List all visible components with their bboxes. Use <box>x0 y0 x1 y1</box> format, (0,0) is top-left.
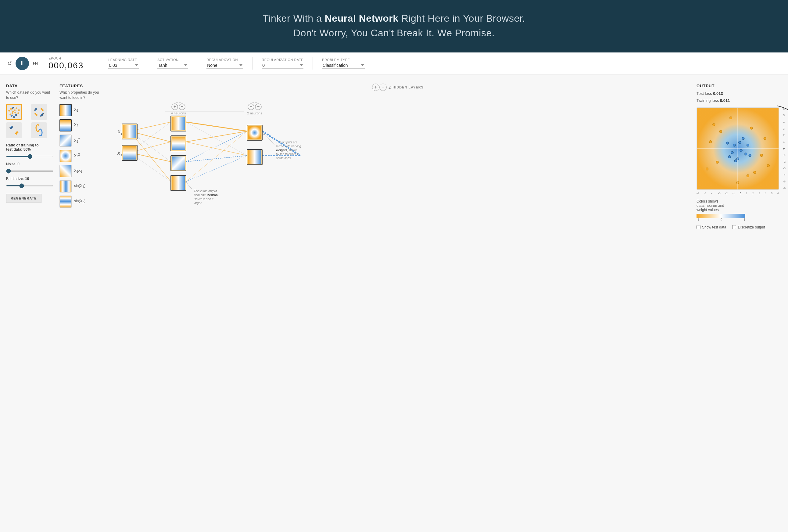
svg-rect-68 <box>172 137 185 150</box>
data-title: DATA <box>6 84 53 88</box>
test-loss-label: Test loss <box>696 91 713 96</box>
noise-label: Noise: 0 <box>6 162 53 166</box>
remove-layer-button[interactable]: − <box>379 84 387 91</box>
color-bar-min: -1 <box>696 218 699 221</box>
svg-point-13 <box>15 114 17 116</box>
hidden-layers-count: 2 <box>389 85 391 90</box>
header: Tinker With a Neural Network Right Here … <box>0 0 788 53</box>
output-losses: Test loss 0.013 Training loss 0.011 <box>696 90 782 104</box>
svg-point-27 <box>10 127 11 129</box>
svg-point-120 <box>742 137 744 139</box>
learning-rate-select[interactable]: 0.00001 0.0001 0.001 0.003 0.01 0.03 0.1… <box>108 62 139 68</box>
regularization-group: Regularization None L1 L2 <box>206 58 243 68</box>
output-panel: OUTPUT Test loss 0.013 Training loss 0.0… <box>696 84 782 527</box>
svg-point-5 <box>17 112 19 114</box>
svg-point-33 <box>16 133 17 135</box>
show-test-data-input[interactable] <box>696 225 701 229</box>
noise-value: 0 <box>17 162 20 166</box>
discretize-output-label: Discretize output <box>738 225 765 230</box>
feature-x1[interactable]: X1 <box>59 104 99 116</box>
noise-slider[interactable] <box>6 171 53 172</box>
svg-line-53 <box>186 156 247 181</box>
color-bar <box>696 214 782 218</box>
feature-x1x2[interactable]: X1X2 <box>59 165 99 177</box>
batch-size-label: Batch size: 10 <box>6 177 53 181</box>
color-legend-line2: data, neuron and <box>696 203 724 208</box>
regularization-rate-group: Regularization rate 0 0.001 0.003 0.01 0… <box>262 58 303 68</box>
svg-rect-66 <box>172 117 185 130</box>
show-test-data-checkbox[interactable]: Show test data <box>696 225 726 230</box>
dataset-spiral[interactable] <box>31 122 47 138</box>
noise-group: Noise: 0 <box>6 162 53 173</box>
svg-point-12 <box>12 107 14 109</box>
regularization-rate-select[interactable]: 0 0.001 0.003 0.01 0.03 0.1 0.3 1 3 10 <box>262 62 303 68</box>
header-title: Tinker With a Neural Network Right Here … <box>6 11 782 40</box>
feature-x1sq-thumb <box>59 135 72 147</box>
svg-point-17 <box>40 115 42 117</box>
regenerate-button[interactable]: REGENERATE <box>6 194 41 203</box>
training-loss-row: Training loss 0.011 <box>696 97 782 104</box>
color-legend-line3: weight values. <box>696 208 720 212</box>
feature-x1-label: X1 <box>74 107 78 112</box>
add-layer-button[interactable]: + <box>372 84 379 91</box>
epoch-value: 000,063 <box>48 61 83 71</box>
feature-x2[interactable]: X2 <box>59 119 99 132</box>
svg-text:1: 1 <box>121 132 122 135</box>
feature-x2sq[interactable]: X22 <box>59 150 99 162</box>
svg-point-99 <box>716 161 718 163</box>
ratio-slider[interactable] <box>6 156 53 157</box>
feature-x2-thumb <box>59 119 72 132</box>
checkboxes: Show test data Discretize output <box>696 225 782 230</box>
epoch-section: Epoch 000,063 <box>48 56 83 71</box>
svg-point-109 <box>713 123 715 126</box>
svg-point-105 <box>730 117 732 119</box>
discretize-output-input[interactable] <box>732 225 736 229</box>
feature-x1x2-label: X1X2 <box>74 169 82 173</box>
output-heatmap <box>696 107 779 190</box>
dataset-circle[interactable] <box>6 104 22 120</box>
feature-sinx2[interactable]: sin(X2) <box>59 196 99 208</box>
batch-size-slider[interactable] <box>6 185 53 186</box>
feature-x1sq[interactable]: X12 <box>59 135 99 147</box>
pause-button[interactable]: ⏸ <box>16 57 29 70</box>
svg-point-21 <box>35 113 36 115</box>
dataset-grid <box>6 104 53 138</box>
problem-type-select[interactable]: Classification Regression <box>322 62 365 68</box>
problem-type-label: Problem type <box>322 58 365 62</box>
show-test-data-label: Show test data <box>702 225 726 230</box>
regularization-select[interactable]: None L1 L2 <box>206 62 243 68</box>
svg-point-14 <box>11 115 13 117</box>
feature-sinx2-label: sin(X2) <box>74 199 85 204</box>
training-loss-label: Training loss <box>696 98 720 103</box>
svg-text:weights: weights <box>276 149 288 152</box>
reset-button[interactable]: ↺ <box>6 59 13 68</box>
svg-rect-74 <box>248 126 261 139</box>
activation-label: Activation <box>157 58 188 62</box>
toolbar-separator-5 <box>313 57 313 70</box>
batch-size-group: Batch size: 10 <box>6 177 53 188</box>
feature-x1x2-thumb <box>59 165 72 177</box>
svg-text:−: − <box>181 104 183 109</box>
output-title: OUTPUT <box>696 84 782 88</box>
feature-sinx1[interactable]: sin(X1) <box>59 180 99 193</box>
svg-text:+: + <box>174 104 176 109</box>
heatmap-container: 6543210-1-2-3-4-5-6 <box>696 107 779 191</box>
svg-rect-58 <box>123 125 136 138</box>
discretize-output-checkbox[interactable]: Discretize output <box>732 225 765 230</box>
svg-text:Hover to see it: Hover to see it <box>194 197 214 201</box>
epoch-label: Epoch <box>48 56 83 60</box>
y-axis-labels: 6543210-1-2-3-4-5-6 <box>783 107 786 190</box>
step-button[interactable]: ⏭ <box>32 59 39 68</box>
svg-point-7 <box>16 107 17 109</box>
svg-point-116 <box>728 156 731 158</box>
test-loss-row: Test loss 0.013 <box>696 90 782 97</box>
svg-text:+  −: + − <box>252 101 257 104</box>
header-bold: Neural Network <box>325 13 398 24</box>
dataset-gauss[interactable] <box>6 122 22 138</box>
color-bar-max: 1 <box>744 218 745 221</box>
network-svg-wrapper: + − + − 4 neurons 2 neurons <box>105 95 690 224</box>
svg-point-115 <box>745 153 747 155</box>
network-panel: + − 2 HIDDEN LAYERS + − + − 4 neurons 2 … <box>105 84 690 527</box>
activation-select[interactable]: ReLU Tanh Sigmoid Linear <box>157 62 188 68</box>
dataset-xor[interactable] <box>31 104 47 120</box>
